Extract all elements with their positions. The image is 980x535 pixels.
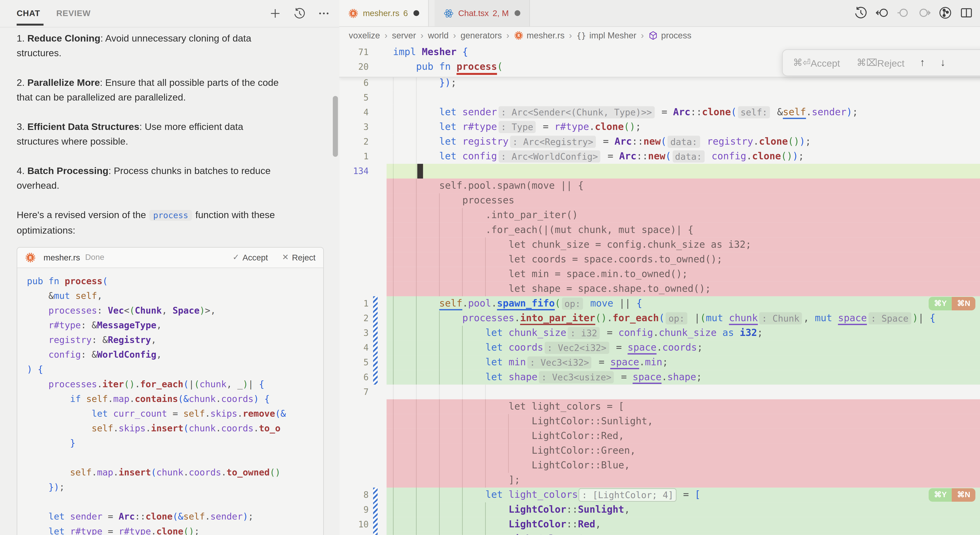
prev-diff-button[interactable]: ↑ bbox=[920, 57, 925, 68]
next-icon[interactable] bbox=[917, 6, 931, 20]
code-line[interactable]: processes bbox=[339, 193, 980, 208]
token: min bbox=[645, 357, 662, 368]
code-line[interactable]: 6 }); bbox=[339, 75, 980, 90]
code-line[interactable]: 2 let registry: Arc<Registry> = Arc::new… bbox=[339, 134, 980, 149]
code-line[interactable]: 3 let chunk_size: i32 = config.chunk_siz… bbox=[339, 326, 980, 341]
code-line[interactable]: 2 processes.into_par_iter().for_each(op:… bbox=[339, 311, 980, 326]
code-line[interactable]: config: &WorldConfig, bbox=[27, 347, 323, 362]
tab-review[interactable]: REVIEW bbox=[56, 8, 91, 18]
code-line[interactable]: ) { bbox=[27, 362, 323, 377]
breadcrumb-item[interactable]: {}impl Mesher bbox=[576, 30, 636, 40]
modified-dot-icon[interactable] bbox=[514, 10, 520, 16]
code-line[interactable]: 10 LightColor::Red, bbox=[339, 517, 980, 532]
svg-text:R: R bbox=[517, 33, 520, 38]
code-line[interactable]: LightColor::Blue, bbox=[339, 458, 980, 473]
token: LightColor::Red, bbox=[393, 430, 624, 441]
breadcrumb-item[interactable]: generators bbox=[461, 30, 502, 40]
token: ) bbox=[912, 312, 918, 324]
code-line[interactable]: LightColor::Sunlight, bbox=[339, 414, 980, 429]
code-line[interactable]: let coords = space.coords.to_owned(); bbox=[339, 252, 980, 267]
accept-hunk-badge[interactable]: ⌘Y bbox=[929, 297, 952, 310]
code-line[interactable]: 134 bbox=[339, 164, 980, 178]
code-line[interactable]: let curr_count = self.skips.remove(& bbox=[27, 406, 323, 421]
code-line[interactable]: registry: &Registry, bbox=[27, 333, 323, 347]
new-chat-button[interactable] bbox=[269, 7, 282, 20]
token: . bbox=[113, 467, 119, 478]
code-text: self.pool.spawn(move || { bbox=[393, 178, 584, 193]
code-line[interactable]: 8 let light_colors: [LightColor; 4] = [⌘… bbox=[339, 487, 980, 502]
more-actions-icon[interactable] bbox=[318, 7, 330, 20]
history-icon[interactable] bbox=[854, 6, 868, 20]
code-line[interactable]: r#type: &MessageType, bbox=[27, 318, 323, 333]
tab-chat[interactable]: CHAT bbox=[17, 8, 40, 18]
next-diff-button[interactable]: ↓ bbox=[940, 57, 945, 68]
code-line[interactable] bbox=[27, 451, 323, 465]
code-line[interactable]: 6 let shape: Vec3<usize> = space.shape; bbox=[339, 370, 980, 384]
code-line[interactable]: 4 let coords: Vec2<i32> = space.coords; bbox=[339, 341, 980, 355]
breadcrumb-item[interactable]: server bbox=[392, 30, 416, 40]
history-icon[interactable] bbox=[293, 7, 306, 20]
code-line[interactable]: 7 bbox=[339, 384, 980, 399]
token: . bbox=[151, 526, 156, 535]
code-line[interactable]: 4 let sender: Arc<Sender<(Chunk, Type)>>… bbox=[339, 105, 980, 120]
accept-hunk-badge[interactable]: ⌘Y bbox=[929, 488, 952, 502]
code-line[interactable]: let shape = space.shape.to_owned(); bbox=[339, 282, 980, 296]
code-line[interactable]: processes: Vec<(Chunk, Space)>, bbox=[27, 303, 323, 318]
code-line[interactable]: pub fn process( bbox=[27, 274, 323, 289]
editor-tab-mesher[interactable]: R mesher.rs 6 bbox=[339, 0, 429, 26]
inline-code-chip[interactable]: process bbox=[150, 210, 192, 221]
reject-hunk-badge[interactable]: ⌘N bbox=[952, 297, 975, 310]
card-accept-button[interactable]: ✓Accept bbox=[233, 250, 268, 265]
code-line[interactable]: } bbox=[27, 436, 323, 451]
line-number: 134 bbox=[339, 164, 369, 178]
breadcrumb-item[interactable]: world bbox=[428, 30, 449, 40]
code-line[interactable]: LightColor::Green, bbox=[339, 443, 980, 458]
code-line[interactable]: if self.map.contains(&chunk.coords) { bbox=[27, 392, 323, 406]
code-line[interactable]: ]; bbox=[339, 473, 980, 487]
chat-scrollbar[interactable] bbox=[333, 96, 338, 157]
split-icon[interactable] bbox=[959, 6, 974, 20]
card-reject-button[interactable]: ✕Reject bbox=[282, 250, 315, 265]
svg-text:R: R bbox=[29, 255, 32, 260]
code-line[interactable]: let sender = Arc::clone(&self.sender); bbox=[27, 510, 323, 524]
back-icon[interactable] bbox=[875, 6, 889, 20]
code-line[interactable]: let r#type = r#type.clone(); bbox=[27, 524, 323, 535]
code-line[interactable] bbox=[27, 495, 323, 510]
code-line[interactable]: let min = space.min.to_owned(); bbox=[339, 267, 980, 282]
code-line[interactable]: 1 self.pool.spawn_fifo(op: move || {⌘Y⌘N bbox=[339, 296, 980, 311]
token: :: bbox=[632, 135, 643, 147]
prev-icon[interactable] bbox=[896, 6, 910, 20]
code-line[interactable]: 1 let config: Arc<WorldConfig> = Arc::ne… bbox=[339, 149, 980, 164]
editor-tab-chat-tsx[interactable]: Chat.tsx 2, M bbox=[434, 0, 530, 26]
reject-hunk-badge[interactable]: ⌘N bbox=[952, 488, 975, 502]
breadcrumb-item[interactable]: process bbox=[648, 30, 692, 40]
code-line[interactable]: self.pool.spawn(move || { bbox=[339, 178, 980, 193]
code-line[interactable]: 5 bbox=[339, 90, 980, 105]
code-line[interactable]: let chunk_size = config.chunk_size as i3… bbox=[339, 237, 980, 252]
code-line[interactable]: &mut self, bbox=[27, 289, 323, 303]
token: ( bbox=[665, 150, 671, 162]
code-line[interactable]: }); bbox=[27, 480, 323, 495]
accept-all-button[interactable]: ⌘⏎Accept bbox=[793, 57, 840, 68]
breadcrumb-item[interactable]: Rmesher.rs bbox=[514, 30, 565, 40]
chat-code-block[interactable]: pub fn process( &mut self, processes: Ve… bbox=[17, 268, 323, 535]
code-line[interactable]: .into_par_iter() bbox=[339, 208, 980, 223]
modified-dot-icon[interactable] bbox=[414, 10, 419, 16]
reject-all-button[interactable]: ⌘⌧Reject bbox=[856, 57, 904, 68]
code-line[interactable]: 5 let min: Vec3<i32> = space.min; bbox=[339, 355, 980, 370]
token: impl bbox=[393, 46, 422, 57]
token: , bbox=[162, 305, 172, 315]
code-line[interactable]: .for_each(|(mut chunk, mut space)| { bbox=[339, 223, 980, 237]
code-line[interactable]: LightColor::Red, bbox=[339, 429, 980, 443]
code-line[interactable]: self.skips.insert(chunk.coords.to_o bbox=[27, 421, 323, 436]
code-line[interactable]: 11 LightColor::Green, bbox=[339, 532, 980, 535]
code-line[interactable]: 9 LightColor::Sunlight, bbox=[339, 502, 980, 517]
code-line[interactable]: 3 let r#type: Type = r#type.clone(); bbox=[339, 120, 980, 134]
rust-file-icon: R bbox=[348, 8, 358, 18]
code-line[interactable]: processes.iter().for_each(|(chunk, _)| { bbox=[27, 377, 323, 392]
graph-icon[interactable] bbox=[938, 6, 952, 20]
code-line[interactable]: let light_colors = [ bbox=[339, 400, 980, 414]
code-line[interactable]: self.map.insert(chunk.coords.to_owned() bbox=[27, 465, 323, 480]
breadcrumb-item[interactable]: voxelize bbox=[349, 30, 380, 40]
token: r#type bbox=[462, 121, 497, 132]
